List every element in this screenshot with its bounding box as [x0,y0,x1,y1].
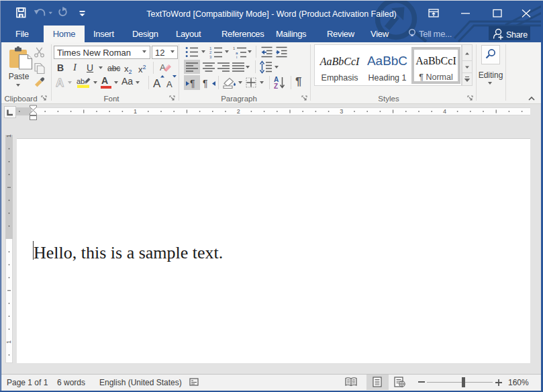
svg-text:3: 3 [340,108,343,115]
svg-text:A: A [160,62,166,72]
svg-text:1: 1 [134,108,137,115]
svg-text:A: A [153,77,161,89]
svg-text:4: 4 [443,108,446,115]
svg-text:A: A [56,77,64,89]
svg-text:A: A [166,79,172,89]
svg-text:2: 2 [209,50,212,54]
svg-text:1: 1 [6,340,13,344]
svg-text:¶: ¶ [190,78,195,89]
svg-text:3: 3 [209,55,212,59]
svg-text:ab: ab [77,77,85,85]
svg-text:1: 1 [233,46,236,50]
svg-text:Z: Z [274,83,278,89]
svg-text:¶: ¶ [203,78,208,89]
svg-text:2: 2 [237,108,240,115]
svg-text:1: 1 [6,134,13,138]
svg-text:1: 1 [209,46,212,50]
svg-text:a: a [236,51,238,55]
svg-text:i: i [236,55,237,58]
